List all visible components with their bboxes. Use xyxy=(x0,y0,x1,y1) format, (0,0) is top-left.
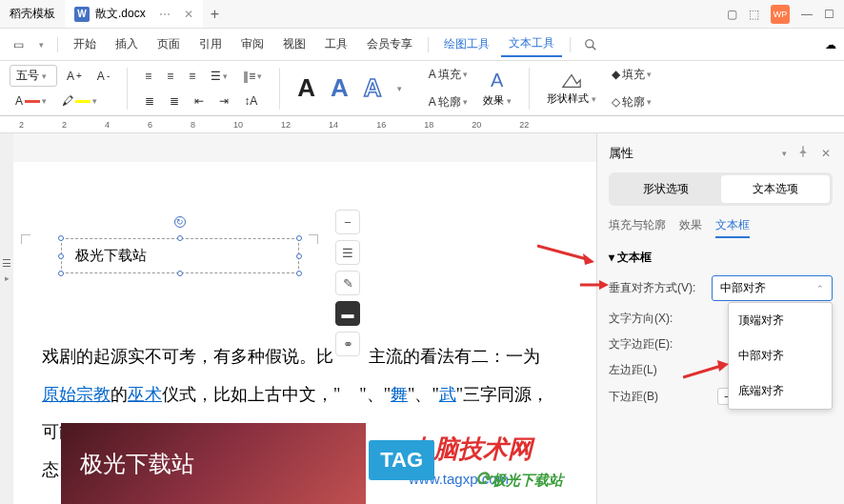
menu-reference[interactable]: 引用 xyxy=(191,32,230,56)
font-size-select[interactable]: 五号 ▾ xyxy=(10,65,57,87)
text-effect-button[interactable]: A 效果 ▾ xyxy=(477,68,517,110)
text-outline-button[interactable]: A 轮廓 ▾ xyxy=(423,91,473,114)
float-fill-icon[interactable]: ▬ xyxy=(335,301,360,326)
textbox-content[interactable]: 极光下载站 xyxy=(75,248,147,263)
dropdown-option-top[interactable]: 顶端对齐 xyxy=(729,303,832,338)
indent-inc-icon[interactable]: ⇥ xyxy=(213,91,234,111)
subtab-effect[interactable]: 效果 xyxy=(679,217,702,238)
menu-start[interactable]: 开始 xyxy=(66,32,104,56)
menu-view[interactable]: 视图 xyxy=(275,32,313,56)
wp-badge[interactable]: WP xyxy=(771,5,790,24)
menu-vip[interactable]: 会员专享 xyxy=(359,32,420,56)
nav-back-icon[interactable]: ▭ xyxy=(8,34,30,55)
selected-textbox[interactable]: ↻ 极光下载站 xyxy=(61,238,299,273)
menu-review[interactable]: 审阅 xyxy=(233,32,271,56)
decrease-font-icon[interactable]: A- xyxy=(91,66,115,87)
menu-text-tools[interactable]: 文本工具 xyxy=(501,31,562,57)
hyperlink[interactable]: 舞 xyxy=(391,385,408,404)
search-icon[interactable] xyxy=(578,34,603,55)
highlight-button[interactable]: 🖍▾ xyxy=(56,91,103,111)
text-fill-button[interactable]: A 填充 ▾ xyxy=(423,63,473,87)
shape-style-group: 形状样式 ▾ ◆ 填充 ▾ ◇ 轮廓 ▾ xyxy=(537,63,661,114)
resize-handle[interactable] xyxy=(58,271,64,276)
text-direction-icon[interactable]: ↕A xyxy=(238,91,263,111)
float-link-icon[interactable]: ⚭ xyxy=(335,332,360,356)
shape-outline-button[interactable]: ◇ 轮廓 ▾ xyxy=(606,91,657,114)
word-doc-icon: W xyxy=(74,7,90,22)
increase-font-icon[interactable]: A+ xyxy=(61,66,88,87)
wordart-style-3[interactable]: A xyxy=(358,70,388,107)
menu-tools[interactable]: 工具 xyxy=(317,32,355,56)
resize-handle[interactable] xyxy=(177,271,183,276)
menu-drawing-tools[interactable]: 绘图工具 xyxy=(436,32,497,56)
panel-menu-icon[interactable]: ▾ xyxy=(782,149,787,158)
pin-icon[interactable] xyxy=(794,143,812,163)
tab-menu-icon[interactable]: ⋯ xyxy=(159,8,171,21)
close-icon[interactable]: ✕ xyxy=(819,145,833,162)
wordart-style-2[interactable]: A xyxy=(325,70,354,107)
document-area[interactable]: ↻ 极光下载站 戏剧的起源实不可考，有多种假说。比 主流的看法有二：一为 原始宗… xyxy=(13,133,596,504)
wordart-style-1[interactable]: A xyxy=(291,70,321,107)
app-icon[interactable]: ▢ xyxy=(727,8,737,21)
minimize-button[interactable]: — xyxy=(801,8,813,21)
subtab-textbox[interactable]: 文本框 xyxy=(715,217,750,238)
align-right-icon[interactable]: ≡ xyxy=(183,66,201,87)
align-left-icon[interactable]: ≡ xyxy=(139,66,157,87)
list-bullet-icon[interactable]: ☰▾ xyxy=(205,66,233,87)
tab-template[interactable]: 稻壳模板 xyxy=(0,0,65,28)
text-run: "、" xyxy=(359,385,391,404)
shape-style-button[interactable]: 形状样式 ▾ xyxy=(541,69,602,108)
text-run: "三字同源， xyxy=(456,385,549,404)
tab-label: 散文.docx xyxy=(95,6,146,22)
divider xyxy=(428,37,429,52)
seg-text-options[interactable]: 文本选项 xyxy=(721,175,831,203)
ruler-mark: 10 xyxy=(233,120,243,130)
seg-shape-options[interactable]: 形状选项 xyxy=(612,175,721,203)
resize-handle[interactable] xyxy=(177,235,183,241)
resize-handle[interactable] xyxy=(58,253,64,259)
shape-fill-button[interactable]: ◆ 填充 ▾ xyxy=(606,63,657,87)
font-color-button[interactable]: A▾ xyxy=(10,91,52,111)
hyperlink[interactable]: 原始宗教 xyxy=(42,385,111,404)
rotate-handle-icon[interactable]: ↻ xyxy=(174,216,186,228)
dropdown-option-bottom[interactable]: 底端对齐 xyxy=(729,373,832,409)
resize-handle[interactable] xyxy=(58,235,64,241)
menu-insert[interactable]: 插入 xyxy=(108,32,146,56)
resize-handle[interactable] xyxy=(296,235,302,241)
resize-handle[interactable] xyxy=(296,253,302,259)
tab-close-icon[interactable]: ✕ xyxy=(184,8,193,21)
float-edit-icon[interactable]: ✎ xyxy=(335,271,360,295)
hyperlink[interactable]: 巫术 xyxy=(128,385,162,404)
align-justify-icon[interactable]: ≣ xyxy=(139,91,160,111)
dropdown-option-middle[interactable]: 中部对齐 xyxy=(729,338,832,373)
text-run: "、" xyxy=(408,385,439,404)
align-center-icon[interactable]: ≡ xyxy=(161,66,179,87)
maximize-button[interactable]: ☐ xyxy=(824,8,834,21)
hyperlink[interactable]: 武 xyxy=(439,385,456,404)
menubar: ▭ ▾ 开始 插入 页面 引用 审阅 视图 工具 会员专享 绘图工具 文本工具 … xyxy=(0,29,844,61)
menu-page[interactable]: 页面 xyxy=(150,32,188,56)
outline-toggle-icon[interactable]: ☰ xyxy=(2,257,11,270)
add-tab-button[interactable]: + xyxy=(203,6,227,23)
tab-document[interactable]: W 散文.docx ⋯ ✕ xyxy=(65,0,203,28)
align-distribute-icon[interactable]: ≣ xyxy=(164,91,185,111)
wordart-more-icon[interactable]: ▾ xyxy=(392,80,408,97)
vertical-align-combo[interactable]: 中部对齐 ⌃ xyxy=(712,275,833,301)
ruler-mark: 2 xyxy=(19,120,24,130)
indent-dec-icon[interactable]: ⇤ xyxy=(189,91,210,111)
margin-marker xyxy=(309,234,318,244)
resize-handle[interactable] xyxy=(296,271,302,276)
float-minus-icon[interactable]: − xyxy=(335,210,360,234)
svg-point-0 xyxy=(586,39,593,47)
ruler: 2 2 4 6 8 10 12 14 16 18 20 22 xyxy=(0,116,844,133)
float-layout-icon[interactable]: ☰ xyxy=(335,240,360,265)
cloud-icon[interactable]: ☁ xyxy=(825,38,836,51)
subtab-fill-outline[interactable]: 填充与轮廓 xyxy=(609,217,666,238)
divider xyxy=(529,68,530,110)
nav-dropdown-icon[interactable]: ▾ xyxy=(33,36,50,53)
cube-icon[interactable]: ⬚ xyxy=(749,8,759,21)
line-spacing-icon[interactable]: ‖≡▾ xyxy=(237,66,268,87)
gutter-caret-icon[interactable]: ▸ xyxy=(5,273,10,283)
tab-label: 稻壳模板 xyxy=(10,6,55,22)
divider xyxy=(57,37,58,52)
